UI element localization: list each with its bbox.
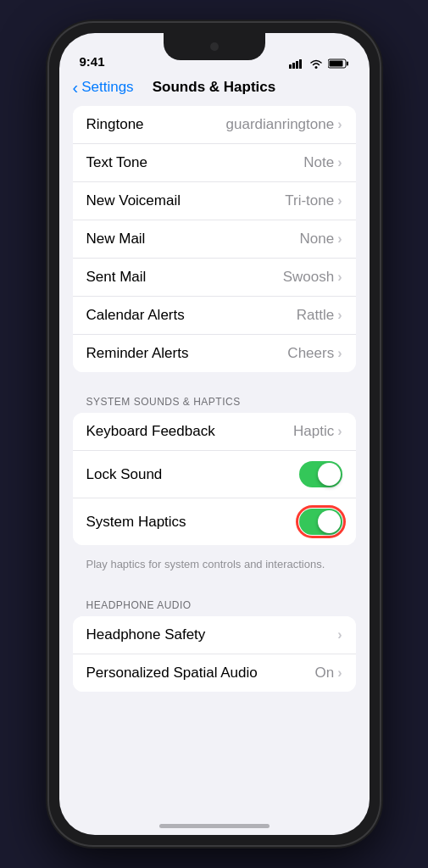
row-value: Cheers xyxy=(287,345,334,362)
system-sounds-group: Keyboard Feedback Haptic › Lock Sound Sy… xyxy=(73,413,356,545)
table-row[interactable]: New Voicemail Tri-tone › xyxy=(73,182,356,220)
row-value: guardianringtone xyxy=(226,116,335,133)
row-label: Text Tone xyxy=(86,154,304,171)
chevron-icon: › xyxy=(337,627,342,643)
keyboard-feedback-row[interactable]: Keyboard Feedback Haptic › xyxy=(73,413,356,451)
row-value: Swoosh xyxy=(283,269,334,286)
row-value: None xyxy=(300,231,335,248)
back-label[interactable]: Settings xyxy=(81,79,133,96)
spatial-audio-label: Personalized Spatial Audio xyxy=(86,665,315,682)
chevron-icon: › xyxy=(337,193,342,209)
row-label: Calendar Alerts xyxy=(86,307,297,324)
row-label: Ringtone xyxy=(86,116,226,133)
table-row[interactable]: Ringtone guardianringtone › xyxy=(73,106,356,144)
status-icons xyxy=(289,58,349,69)
status-time: 9:41 xyxy=(80,54,105,69)
system-sounds-header: System Sounds & Haptics xyxy=(59,379,370,413)
signal-icon xyxy=(289,58,304,69)
svg-rect-7 xyxy=(329,61,342,67)
lock-sound-toggle[interactable] xyxy=(299,461,342,487)
back-button[interactable]: ‹ Settings xyxy=(73,78,134,97)
home-indicator xyxy=(159,824,270,828)
headphone-safety-row[interactable]: Headphone Safety › xyxy=(73,616,356,654)
chevron-icon: › xyxy=(337,270,342,285)
svg-point-4 xyxy=(314,66,317,69)
chevron-icon: › xyxy=(337,308,342,323)
toggle-thumb xyxy=(318,463,341,486)
spatial-audio-value: On xyxy=(314,665,334,682)
svg-rect-6 xyxy=(347,62,348,66)
battery-icon xyxy=(328,58,349,69)
keyboard-feedback-label: Keyboard Feedback xyxy=(86,423,293,440)
lock-sound-label: Lock Sound xyxy=(86,466,299,483)
chevron-icon: › xyxy=(337,155,342,170)
row-label: Reminder Alerts xyxy=(86,345,288,362)
svg-rect-3 xyxy=(299,59,302,69)
chevron-icon: › xyxy=(337,117,342,132)
tones-group: Ringtone guardianringtone › Text Tone No… xyxy=(73,106,356,372)
phone-screen: 9:41 xyxy=(59,33,370,835)
table-row[interactable]: New Mail None › xyxy=(73,220,356,259)
svg-rect-1 xyxy=(292,63,295,69)
phone-frame: 9:41 xyxy=(49,23,380,845)
camera xyxy=(210,42,219,51)
content-area: Ringtone guardianringtone › Text Tone No… xyxy=(59,106,370,835)
chevron-icon: › xyxy=(337,231,342,247)
keyboard-feedback-value: Haptic xyxy=(293,423,334,440)
headphone-audio-header: Headphone Audio xyxy=(59,582,370,616)
row-label: New Voicemail xyxy=(86,192,286,209)
row-value: Rattle xyxy=(297,307,334,324)
back-chevron-icon: ‹ xyxy=(73,78,79,97)
notch xyxy=(164,33,265,60)
table-row[interactable]: Text Tone Note › xyxy=(73,144,356,182)
table-row[interactable]: Reminder Alerts Cheers › xyxy=(73,335,356,372)
table-row[interactable]: Calendar Alerts Rattle › xyxy=(73,297,356,335)
row-label: Sent Mail xyxy=(86,269,283,286)
lock-sound-row: Lock Sound xyxy=(73,451,356,498)
chevron-icon: › xyxy=(337,665,342,681)
table-row[interactable]: Sent Mail Swoosh › xyxy=(73,259,356,297)
row-value: Tri-tone xyxy=(285,192,334,209)
chevron-icon: › xyxy=(337,424,342,439)
svg-rect-0 xyxy=(289,64,292,69)
headphone-audio-group: Headphone Safety › Personalized Spatial … xyxy=(73,616,356,692)
row-value: Note xyxy=(303,154,334,171)
nav-bar: ‹ Settings Sounds & Haptics xyxy=(59,75,370,106)
headphone-safety-label: Headphone Safety xyxy=(86,626,338,643)
system-haptics-row: System Haptics xyxy=(73,498,356,545)
svg-rect-2 xyxy=(296,61,298,69)
system-sounds-footer: Play haptics for system controls and int… xyxy=(59,552,370,582)
spatial-audio-row[interactable]: Personalized Spatial Audio On › xyxy=(73,654,356,692)
system-haptics-toggle[interactable] xyxy=(299,509,342,535)
system-haptics-label: System Haptics xyxy=(86,514,299,531)
toggle-thumb xyxy=(318,510,341,533)
nav-title: Sounds & Haptics xyxy=(153,79,275,96)
wifi-icon xyxy=(309,58,323,69)
row-label: New Mail xyxy=(86,231,300,248)
chevron-icon: › xyxy=(337,346,342,361)
